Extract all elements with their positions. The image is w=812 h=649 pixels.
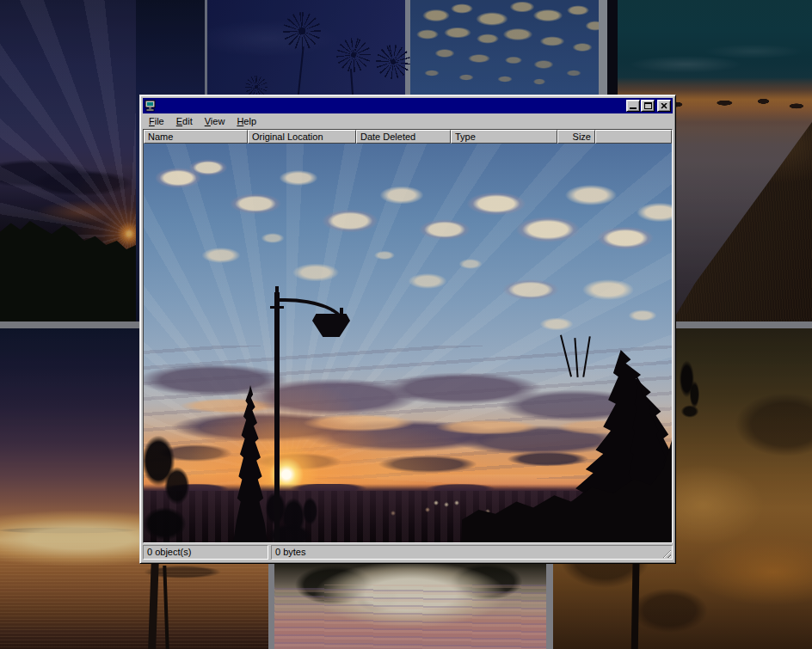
menu-view[interactable]: View (199, 115, 231, 128)
menu-edit[interactable]: Edit (170, 115, 199, 128)
status-bar: 0 object(s) 0 bytes (143, 545, 673, 560)
close-button[interactable] (657, 100, 671, 112)
menu-help[interactable]: Help (231, 115, 262, 128)
titlebar[interactable] (143, 98, 673, 113)
recycle-bin-window: File Edit View Help Name Original Locati… (139, 95, 676, 564)
minimize-icon (630, 107, 637, 109)
streetlamp-pole (274, 292, 280, 542)
computer-icon (145, 100, 157, 112)
menu-file[interactable]: File (143, 115, 170, 128)
column-header-bar: Name Original Location Date Deleted Type… (144, 130, 672, 144)
column-header-size[interactable]: Size (557, 130, 595, 144)
column-header-original-location[interactable]: Original Location (248, 130, 356, 144)
streetlamp-hanger (340, 308, 343, 315)
close-icon (661, 103, 667, 109)
sunset-streetlamp-photo (144, 144, 672, 542)
status-objects: 0 object(s) (143, 545, 268, 560)
status-bytes: 0 bytes (271, 545, 673, 560)
column-header-blank[interactable] (595, 130, 672, 144)
maximize-icon (644, 102, 652, 109)
resize-grip-icon[interactable] (661, 548, 671, 558)
file-list-view[interactable]: Name Original Location Date Deleted Type… (143, 129, 673, 543)
bush-silhouette-mid (254, 486, 326, 542)
column-header-type[interactable]: Type (451, 130, 557, 144)
column-header-date-deleted[interactable]: Date Deleted (356, 130, 451, 144)
status-bytes-text: 0 bytes (275, 547, 305, 557)
desktop: File Edit View Help Name Original Locati… (0, 0, 812, 649)
reed-silhouettes (563, 334, 601, 389)
menu-bar: File Edit View Help (143, 113, 673, 128)
bush-silhouette-left (144, 417, 199, 542)
column-header-name[interactable]: Name (144, 130, 248, 144)
maximize-button[interactable] (641, 100, 655, 112)
minimize-button[interactable] (626, 100, 640, 112)
